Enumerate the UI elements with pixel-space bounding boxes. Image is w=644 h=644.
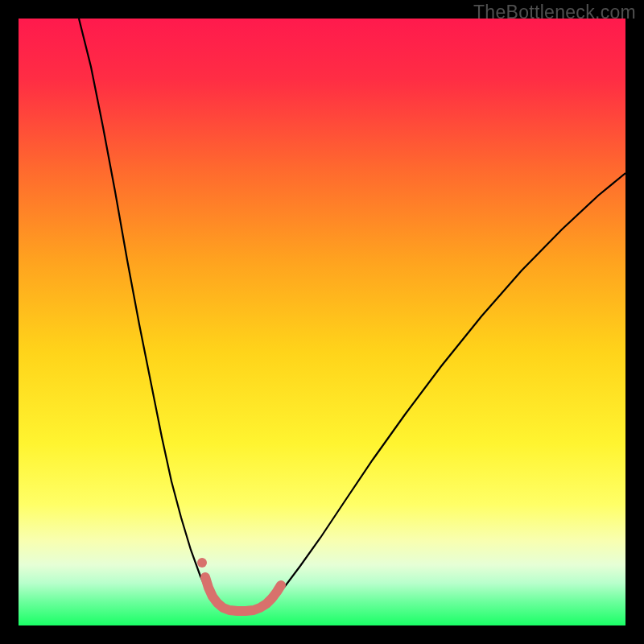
right-curve: [265, 173, 625, 606]
highlight-dot: [197, 558, 207, 568]
chart-curves: [19, 19, 625, 625]
watermark-text: TheBottleneck.com: [473, 2, 636, 23]
chart-frame: [19, 19, 625, 625]
highlight-overlay: [205, 577, 281, 611]
left-curve: [79, 19, 265, 610]
